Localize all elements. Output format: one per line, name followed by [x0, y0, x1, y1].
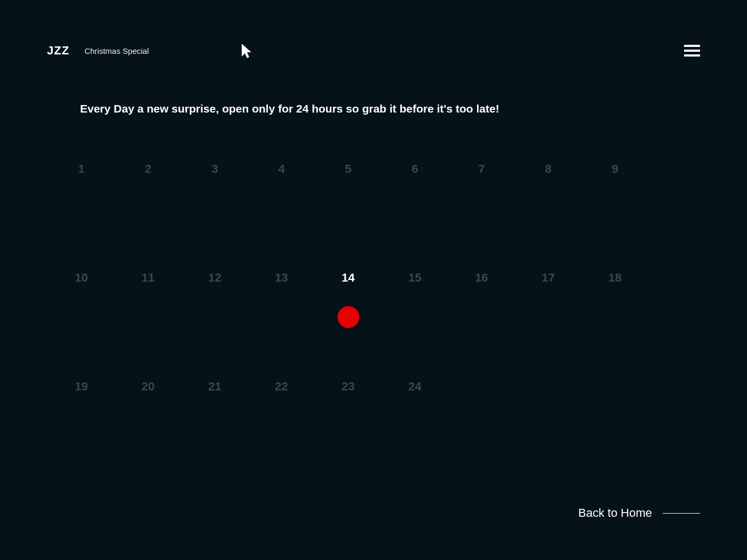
calendar-day-number[interactable]: 6 [382, 162, 448, 176]
calendar-day-number[interactable]: 23 [315, 380, 382, 394]
calendar-day[interactable]: 23 [315, 380, 382, 394]
back-to-home-link[interactable]: Back to Home [578, 506, 700, 520]
calendar-day-number[interactable]: 24 [382, 380, 448, 394]
calendar-day-number[interactable]: 17 [515, 271, 582, 285]
calendar-day[interactable]: 18 [582, 271, 648, 285]
calendar-day[interactable]: 3 [181, 162, 248, 176]
calendar-day[interactable]: 12 [181, 271, 248, 285]
calendar-day[interactable]: 2 [115, 162, 181, 176]
back-to-home-line-icon [663, 513, 700, 514]
calendar-row: 1 2 3 4 5 6 7 8 9 [48, 162, 699, 271]
calendar-day[interactable]: 15 [382, 271, 448, 285]
calendar-day[interactable]: 6 [382, 162, 448, 176]
calendar-day-number[interactable]: 5 [315, 162, 382, 176]
calendar-day-number[interactable]: 15 [382, 271, 448, 285]
calendar-day-number[interactable]: 2 [115, 162, 181, 176]
calendar-day-number[interactable]: 3 [181, 162, 248, 176]
calendar-day[interactable]: 1 [48, 162, 115, 176]
calendar-day[interactable]: 8 [515, 162, 582, 176]
calendar-day-number[interactable]: 21 [181, 380, 248, 394]
calendar-day-number[interactable]: 4 [248, 162, 315, 176]
calendar-day[interactable]: 22 [248, 380, 315, 394]
calendar-day[interactable]: 24 [382, 380, 448, 394]
header: JZZ Christmas Special [47, 44, 700, 58]
calendar-day[interactable]: 10 [48, 271, 115, 285]
calendar-day[interactable]: 16 [448, 271, 515, 285]
calendar-day-number[interactable]: 11 [115, 271, 181, 285]
calendar-day-number[interactable]: 19 [48, 380, 115, 394]
calendar-day[interactable]: 11 [115, 271, 181, 285]
active-day-indicator-icon [337, 306, 359, 328]
calendar-day[interactable]: 17 [515, 271, 582, 285]
calendar-day-number[interactable]: 22 [248, 380, 315, 394]
calendar-day-number[interactable]: 18 [582, 271, 648, 285]
back-to-home-text: Back to Home [578, 506, 652, 520]
calendar-day-number[interactable]: 1 [48, 162, 115, 176]
calendar-day[interactable]: 5 [315, 162, 382, 176]
calendar-day[interactable]: 19 [48, 380, 115, 394]
calendar-day-number[interactable]: 14 [315, 271, 382, 285]
logo[interactable]: JZZ [47, 44, 69, 58]
calendar-day-number[interactable]: 8 [515, 162, 582, 176]
page-title: Christmas Special [84, 46, 149, 55]
calendar-row: 19 20 21 22 23 24 [48, 380, 699, 489]
calendar-day-number[interactable]: 10 [48, 271, 115, 285]
calendar-day-number[interactable]: 9 [582, 162, 648, 176]
calendar-day-number[interactable]: 12 [181, 271, 248, 285]
calendar-day-number[interactable]: 16 [448, 271, 515, 285]
calendar-day[interactable]: 9 [582, 162, 648, 176]
tagline: Every Day a new surprise, open only for … [80, 102, 499, 115]
calendar-day-active[interactable]: 14 [315, 271, 382, 285]
calendar-day[interactable]: 7 [448, 162, 515, 176]
calendar-day-number[interactable]: 13 [248, 271, 315, 285]
calendar-day[interactable]: 20 [115, 380, 181, 394]
hamburger-menu-icon[interactable] [684, 45, 700, 57]
calendar-day-number[interactable]: 20 [115, 380, 181, 394]
advent-calendar: 1 2 3 4 5 6 7 8 9 10 11 12 13 14 15 16 1… [48, 162, 699, 489]
calendar-row: 10 11 12 13 14 15 16 17 18 [48, 271, 699, 380]
calendar-day-number[interactable]: 7 [448, 162, 515, 176]
calendar-day[interactable]: 21 [181, 380, 248, 394]
calendar-day[interactable]: 4 [248, 162, 315, 176]
calendar-day[interactable]: 13 [248, 271, 315, 285]
